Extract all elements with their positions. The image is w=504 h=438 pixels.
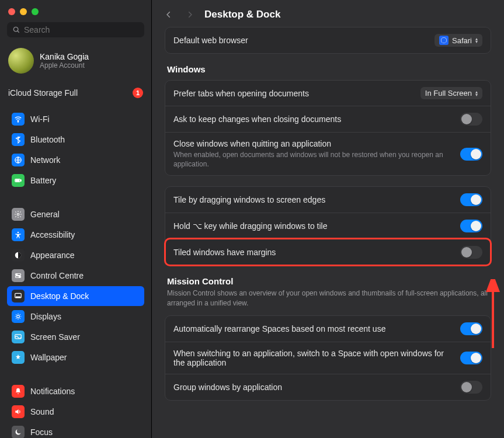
main-header: Desktop & Dock <box>152 0 504 27</box>
apple-account-row[interactable]: Kanika Gogia Apple Account <box>0 46 151 83</box>
wallpaper-icon <box>12 351 25 364</box>
sidebar-item-control-centre[interactable]: Control Centre <box>7 266 144 286</box>
search-icon <box>12 26 20 34</box>
windows-section-title: Windows <box>167 64 489 74</box>
tiled-margins-toggle[interactable] <box>460 246 482 259</box>
chevron-updown-icon: ▴▾ <box>475 91 478 96</box>
default-browser-label: Default web browser <box>173 36 248 45</box>
svg-point-2 <box>18 121 18 122</box>
battery-icon <box>12 174 25 187</box>
sidebar-item-label: Sound <box>30 407 54 416</box>
sidebar-item-focus[interactable]: Focus <box>7 422 144 438</box>
sidebar-item-label: Wallpaper <box>30 353 67 362</box>
close-windows-quit-sub: When enabled, open documents and windows… <box>173 150 452 169</box>
content-scroll[interactable]: Default web browser Safari ▴▾ Windows Pr… <box>152 27 504 423</box>
default-browser-group: Default web browser Safari ▴▾ <box>165 27 491 54</box>
account-subtitle: Apple Account <box>40 61 89 69</box>
sidebar-item-appearance[interactable]: Appearance <box>7 245 144 265</box>
svg-line-1 <box>18 31 19 33</box>
sidebar-item-network[interactable]: Network <box>7 150 144 170</box>
hold-option-tile-row: Hold ⌥ key while dragging windows to til… <box>165 213 491 239</box>
close-windows-quit-row: Close windows when quitting an applicati… <box>165 132 491 175</box>
close-windows-quit-toggle[interactable] <box>460 148 482 161</box>
svg-point-8 <box>18 232 19 234</box>
account-name: Kanika Gogia <box>40 52 89 61</box>
network-icon <box>12 154 25 166</box>
sidebar-item-wallpaper[interactable]: Wallpaper <box>7 347 144 367</box>
tile-edges-toggle[interactable] <box>460 193 482 206</box>
svg-rect-6 <box>16 180 19 181</box>
prefer-tabs-row: Prefer tabs when opening documents In Fu… <box>165 81 491 106</box>
main-pane: Desktop & Dock Default web browser Safar… <box>152 0 504 438</box>
sidebar-item-label: Notifications <box>30 387 75 396</box>
bell-icon <box>12 385 25 398</box>
sidebar-item-label: Wi-Fi <box>30 114 50 124</box>
auto-rearrange-row: Automatically rearrange Spaces based on … <box>165 316 491 342</box>
sidebar: Kanika Gogia Apple Account iCloud Storag… <box>0 0 152 438</box>
prefer-tabs-select[interactable]: In Full Screen ▴▾ <box>420 87 482 99</box>
sidebar-item-battery[interactable]: Battery <box>7 171 144 190</box>
sidebar-item-general[interactable]: General <box>7 204 144 224</box>
sidebar-item-label: Focus <box>30 427 53 437</box>
default-browser-row: Default web browser Safari ▴▾ <box>165 27 491 53</box>
svg-point-13 <box>19 276 20 277</box>
group-windows-row: Group windows by application <box>165 374 491 400</box>
sidebar-item-label: Network <box>30 155 60 165</box>
notification-badge: 1 <box>133 88 143 98</box>
svg-point-7 <box>17 213 19 215</box>
windows-group-1: Prefer tabs when opening documents In Fu… <box>165 80 491 176</box>
minimize-window-button[interactable] <box>20 8 27 15</box>
nav-back-button[interactable] <box>162 8 175 21</box>
moon-icon <box>12 426 25 438</box>
sidebar-item-label: Displays <box>30 312 61 321</box>
accessibility-icon <box>12 228 25 241</box>
prefer-tabs-label: Prefer tabs when opening documents <box>173 89 309 98</box>
ask-keep-changes-label: Ask to keep changes when closing documen… <box>173 114 341 124</box>
sidebar-item-displays[interactable]: Displays <box>7 307 144 326</box>
sidebar-item-accessibility[interactable]: Accessibility <box>7 225 144 245</box>
chevron-updown-icon: ▴▾ <box>475 37 478 43</box>
default-browser-value: Safari <box>452 36 472 45</box>
page-title: Desktop & Dock <box>204 9 280 20</box>
search-input[interactable] <box>24 25 139 34</box>
auto-rearrange-toggle[interactable] <box>460 322 482 335</box>
safari-icon <box>439 36 449 45</box>
svg-point-19 <box>442 38 447 43</box>
sidebar-item-label: Battery <box>30 176 56 185</box>
svg-point-16 <box>17 315 20 318</box>
close-windows-quit-label: Close windows when quitting an applicati… <box>173 139 452 148</box>
zoom-window-button[interactable] <box>32 8 39 15</box>
hold-option-tile-label: Hold ⌥ key while dragging windows to til… <box>173 221 327 231</box>
group-windows-toggle[interactable] <box>460 381 482 394</box>
svg-point-12 <box>16 274 18 275</box>
close-window-button[interactable] <box>8 8 15 15</box>
hold-option-tile-toggle[interactable] <box>460 220 482 232</box>
sidebar-item-label: Desktop & Dock <box>30 291 89 301</box>
sidebar-item-label: Accessibility <box>30 230 75 239</box>
ask-keep-changes-toggle[interactable] <box>460 113 482 126</box>
sidebar-item-sound[interactable]: Sound <box>7 402 144 422</box>
search-field[interactable] <box>7 22 144 37</box>
default-browser-select[interactable]: Safari ▴▾ <box>435 34 482 47</box>
desktop-dock-icon <box>12 290 25 303</box>
sidebar-item-label: Control Centre <box>30 271 84 280</box>
group-windows-label: Group windows by application <box>173 383 282 392</box>
sidebar-item-notifications[interactable]: Notifications <box>7 381 144 401</box>
sidebar-item-label: Bluetooth <box>30 135 65 144</box>
nav-forward-button[interactable] <box>183 8 196 21</box>
appearance-icon <box>12 249 25 262</box>
sidebar-item-label: General <box>30 210 60 219</box>
tile-edges-label: Tile by dragging windows to screen edges <box>173 195 325 204</box>
speaker-icon <box>12 405 25 418</box>
tile-edges-row: Tile by dragging windows to screen edges <box>165 187 491 213</box>
mission-control-sub: Mission Control shows an overview of you… <box>167 288 489 308</box>
sidebar-item-label: Screen Saver <box>30 332 80 342</box>
svg-rect-15 <box>16 297 20 297</box>
sidebar-item-desktop-dock[interactable]: Desktop & Dock <box>7 286 144 306</box>
sidebar-item-screen-saver[interactable]: Screen Saver <box>7 327 144 347</box>
switch-space-toggle[interactable] <box>460 352 482 364</box>
sidebar-item-bluetooth[interactable]: Bluetooth <box>7 130 144 150</box>
sidebar-item-wifi[interactable]: Wi-Fi <box>7 109 144 129</box>
icloud-storage-row[interactable]: iCloud Storage Full 1 <box>0 83 151 106</box>
sidebar-section: GeneralAccessibilityAppearanceControl Ce… <box>0 201 151 370</box>
